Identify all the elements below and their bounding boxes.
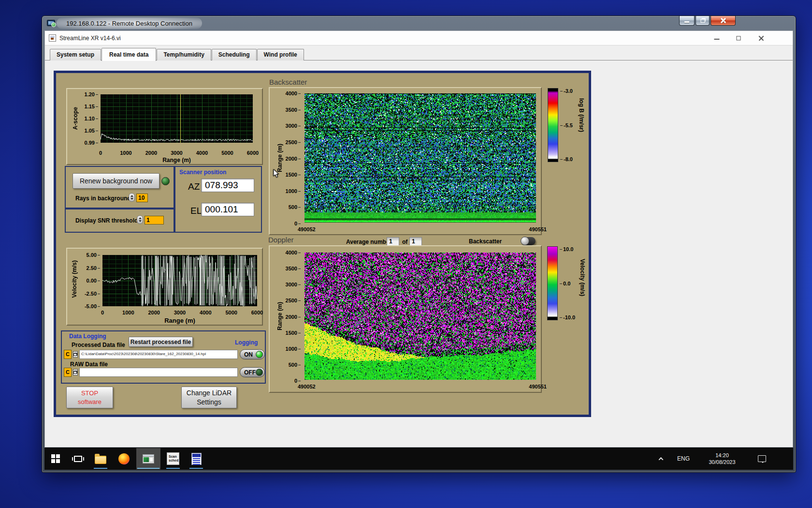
az-value-field[interactable]: 078.993 bbox=[201, 179, 254, 192]
velocity-graph: Velocity (m/s) 5.002.500.00-2.50-5.00 01… bbox=[66, 248, 263, 326]
rays-value-field[interactable]: 10 bbox=[136, 194, 148, 202]
app-titlebar[interactable]: StreamLine XR v14-6.vi bbox=[45, 31, 793, 45]
velocity-y-ticks: 5.002.500.00-2.50-5.00 bbox=[76, 252, 100, 309]
ascope-plot-area[interactable] bbox=[101, 94, 253, 143]
data-logging-box: Data Logging Processed Data file Restart… bbox=[61, 330, 266, 384]
restart-processed-file-button[interactable]: Restart processed file bbox=[129, 337, 193, 347]
tick-label: 2500 bbox=[279, 298, 301, 303]
task-view-button[interactable] bbox=[68, 448, 88, 469]
tick-label: 1.10 bbox=[75, 116, 98, 121]
el-value-field[interactable]: 000.101 bbox=[201, 203, 254, 216]
backscatter-doppler-toggle[interactable] bbox=[521, 237, 536, 245]
backscatter-heatmap[interactable] bbox=[304, 93, 536, 223]
logging-on-led bbox=[256, 351, 263, 358]
tick-label: -5.00 bbox=[76, 303, 100, 309]
logging-label: Logging bbox=[235, 339, 258, 346]
tick-label: 0 bbox=[279, 378, 301, 384]
tick-label: 3000 bbox=[279, 282, 301, 287]
renew-background-button[interactable]: Renew background now bbox=[72, 173, 160, 189]
tab-real-time-data[interactable]: Real time data bbox=[102, 48, 156, 61]
taskbar-blue-document-app[interactable] bbox=[186, 448, 207, 469]
rdp-restore-button[interactable] bbox=[696, 16, 710, 26]
app-restore-button[interactable] bbox=[730, 31, 747, 45]
streamline-app-icon bbox=[143, 454, 154, 463]
restore-icon bbox=[700, 19, 705, 23]
streamline-app-window: StreamLine XR v14-6.vi System setup Real… bbox=[44, 30, 793, 448]
change-line1: Change LiDAR bbox=[187, 388, 232, 398]
tick-label: 2000 bbox=[145, 310, 164, 315]
app-close-button[interactable] bbox=[753, 31, 769, 45]
active-indicator bbox=[137, 468, 160, 469]
tick-label: 4000 bbox=[279, 90, 301, 96]
taskbar-firefox[interactable] bbox=[113, 448, 134, 469]
snr-spinner[interactable] bbox=[137, 215, 143, 224]
raw-drive-selector[interactable]: C bbox=[64, 368, 72, 377]
tick-label: -5.5 bbox=[560, 122, 573, 128]
tick-label: 1500 bbox=[279, 330, 301, 336]
rays-spinner[interactable] bbox=[129, 193, 135, 202]
background-controls-box: Renew background now Rays in background … bbox=[65, 166, 174, 209]
tick-label: 0 bbox=[93, 310, 112, 315]
backscatter-colorbar bbox=[548, 88, 558, 162]
rdp-minimize-button[interactable] bbox=[679, 16, 695, 26]
tab-system-setup[interactable]: System setup bbox=[50, 49, 101, 60]
ascope-x-axis-label: Range (m) bbox=[101, 157, 253, 164]
taskbar-scan-scheduler[interactable]: Scan sched_ bbox=[162, 448, 184, 469]
language-label: ENG bbox=[677, 455, 690, 462]
velocity-x-ticks: 0100020003000400050006000 bbox=[93, 310, 267, 315]
stop-line1: STOP bbox=[81, 389, 98, 398]
doppler-graph: Range (m) 400035003000250020001500100050… bbox=[269, 245, 542, 393]
tick-label: 3500 bbox=[279, 266, 301, 271]
tray-expand-button[interactable] bbox=[652, 448, 669, 469]
data-logging-title: Data Logging bbox=[69, 333, 106, 340]
clock[interactable]: 14:20 30/08/2023 bbox=[698, 448, 746, 469]
raw-logging-toggle[interactable]: OFF bbox=[240, 367, 265, 377]
mouse-cursor bbox=[273, 169, 280, 179]
change-lidar-settings-button[interactable]: Change LiDAR Settings bbox=[181, 387, 237, 408]
app-minimize-button[interactable] bbox=[709, 31, 725, 45]
tab-wind-profile[interactable]: Wind profile bbox=[257, 49, 304, 60]
rdp-close-button[interactable] bbox=[710, 16, 736, 26]
language-indicator[interactable]: ENG bbox=[673, 448, 694, 469]
snr-value-field[interactable]: 1 bbox=[145, 216, 164, 224]
processed-path-field[interactable]: C:\Lidar\Data\Proc\2023\202308\20230830\… bbox=[79, 350, 238, 359]
tick-label: -10.0 bbox=[560, 314, 575, 320]
backscatter-toggle-label: Backscatter bbox=[469, 238, 502, 245]
tick-label: 2000 bbox=[142, 150, 161, 156]
velocity-plot-area[interactable] bbox=[102, 255, 257, 306]
rdp-window: 192.168.0.122 - Remote Desktop Connectio… bbox=[42, 15, 796, 473]
logging-off-led bbox=[256, 369, 263, 376]
browse-icon[interactable] bbox=[73, 369, 78, 375]
blue-document-icon bbox=[191, 453, 202, 465]
snr-threshold-label: Display SNR threshold bbox=[75, 217, 138, 224]
scan-icon-text1: Scan bbox=[169, 455, 179, 459]
time-label: 14:20 bbox=[709, 452, 735, 459]
stop-software-button[interactable]: STOP software bbox=[66, 387, 113, 408]
backscatter-x-start: 490052 bbox=[298, 226, 316, 232]
close-icon bbox=[758, 35, 764, 41]
processed-logging-toggle[interactable]: ON bbox=[240, 349, 265, 359]
ascope-y-ticks: 1.201.151.101.050.99 bbox=[75, 91, 98, 146]
firefox-icon bbox=[118, 453, 130, 464]
taskbar-streamline-app[interactable] bbox=[136, 448, 160, 469]
raw-path-field[interactable] bbox=[79, 368, 238, 377]
backscatter-colorbar-ticks: -3.0-5.5-8.0 bbox=[560, 88, 573, 162]
processed-drive-selector[interactable]: C bbox=[64, 350, 72, 359]
scan-scheduler-icon: Scan sched_ bbox=[167, 452, 179, 465]
tab-temp-humidity[interactable]: Temp/humidity bbox=[157, 49, 211, 60]
tab-scheduling[interactable]: Scheduling bbox=[212, 49, 257, 60]
tick-label: 500 bbox=[279, 204, 301, 210]
tick-label: 4000 bbox=[192, 150, 212, 156]
doppler-heatmap[interactable] bbox=[304, 253, 536, 380]
rdp-titlebar[interactable]: 192.168.0.122 - Remote Desktop Connectio… bbox=[42, 16, 796, 30]
tick-label: 1.20 bbox=[75, 91, 98, 97]
tick-label: 6000 bbox=[247, 310, 267, 315]
taskbar-file-explorer[interactable] bbox=[90, 448, 111, 469]
az-label: AZ bbox=[188, 181, 200, 192]
action-center-button[interactable] bbox=[751, 448, 772, 469]
tick-label: -8.0 bbox=[560, 156, 573, 162]
start-button[interactable] bbox=[45, 448, 66, 469]
scanner-position-box: Scanner position AZ 078.993 EL 000.101 bbox=[174, 166, 262, 233]
tick-label: 0 bbox=[91, 150, 110, 156]
browse-icon[interactable] bbox=[73, 351, 78, 358]
